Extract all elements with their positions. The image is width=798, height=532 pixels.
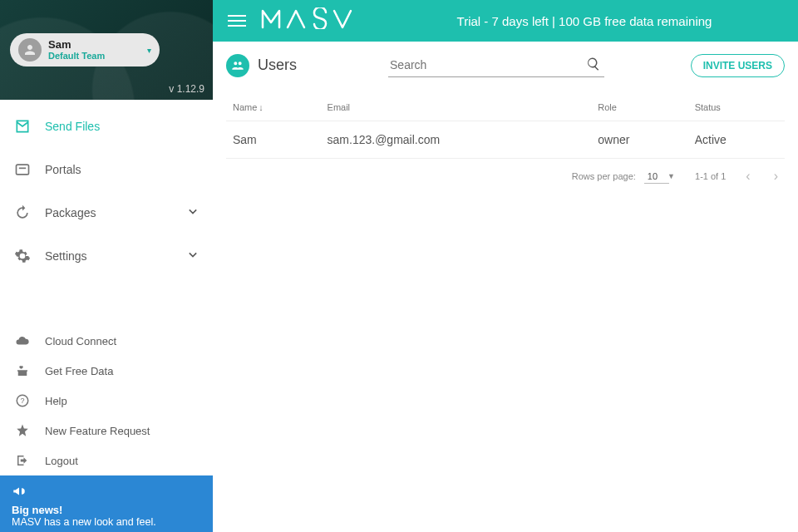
sidebar-item-feature-request[interactable]: New Feature Request [0, 416, 213, 446]
page-header: Users INVITE USERS [226, 53, 785, 77]
sidebar-item-logout[interactable]: Logout [0, 446, 213, 475]
help-icon: ? [12, 393, 33, 408]
sidebar-item-label: Help [45, 395, 67, 407]
primary-nav: Send Files Portals Packages Settings [0, 100, 213, 278]
sidebar-header: Sam Default Team ▾ v 1.12.9 [0, 0, 213, 100]
sidebar-item-label: Logout [45, 455, 78, 467]
app-version: v 1.12.9 [169, 83, 204, 95]
trial-status: Trial - 7 days left | 100 GB free data r… [352, 14, 783, 28]
cell-name: Sam [226, 121, 321, 159]
news-banner[interactable]: Big news! MASV has a new look and feel. [0, 475, 213, 532]
avatar-icon [18, 38, 42, 62]
sidebar-item-help[interactable]: ? Help [0, 386, 213, 416]
column-header-role[interactable]: Role [591, 94, 687, 121]
prev-page-button[interactable]: ‹ [746, 169, 750, 184]
sidebar-item-label: Portals [45, 163, 81, 176]
search-icon [586, 57, 601, 71]
column-header-name[interactable]: Name↓ [226, 94, 321, 121]
brand-logo [261, 7, 352, 35]
cell-role: owner [591, 121, 687, 159]
cell-status: Active [688, 121, 785, 159]
sidebar-item-label: Send Files [45, 120, 100, 133]
page-body: Users INVITE USERS Name↓ Email Role Stat… [213, 42, 798, 532]
sidebar-item-portals[interactable]: Portals [0, 148, 213, 191]
column-header-email[interactable]: Email [321, 94, 592, 121]
sidebar-item-label: Get Free Data [45, 365, 113, 377]
sidebar-item-label: Settings [45, 249, 87, 263]
portal-icon [12, 161, 33, 178]
mail-icon [12, 118, 33, 135]
page-title: Users [258, 57, 297, 74]
gear-icon [12, 248, 33, 264]
sort-down-icon: ↓ [259, 102, 264, 112]
sidebar-item-label: Packages [45, 206, 96, 219]
news-title: Big news! [12, 504, 201, 516]
user-name: Sam [48, 39, 105, 51]
users-table: Name↓ Email Role Status Sam sam.123.@gma… [226, 94, 785, 159]
search-input[interactable] [388, 53, 604, 77]
caret-down-icon: ▾ [147, 46, 151, 55]
chevron-down-icon [185, 203, 201, 223]
sidebar-item-settings[interactable]: Settings [0, 234, 213, 278]
rows-per-page-label: Rows per page: [572, 171, 636, 181]
secondary-nav: Cloud Connect Get Free Data ? Help New F… [0, 321, 213, 475]
user-team: Default Team [48, 51, 105, 61]
cloud-icon [12, 333, 33, 348]
table-row[interactable]: Sam sam.123.@gmail.com owner Active [226, 121, 785, 159]
topbar: Trial - 7 days left | 100 GB free data r… [213, 0, 798, 42]
column-header-status[interactable]: Status [688, 94, 785, 121]
menu-toggle-icon[interactable] [228, 12, 246, 30]
rows-per-page-select[interactable]: 10 [644, 170, 669, 184]
chevron-down-icon [185, 246, 201, 266]
history-icon [12, 204, 33, 221]
sidebar-item-cloud-connect[interactable]: Cloud Connect [0, 326, 213, 356]
cell-email: sam.123.@gmail.com [321, 121, 592, 159]
search-field[interactable] [388, 53, 604, 77]
svg-text:?: ? [20, 397, 24, 405]
star-icon [12, 423, 33, 438]
invite-users-button[interactable]: INVITE USERS [691, 54, 785, 77]
users-icon [226, 54, 249, 77]
logout-icon [12, 453, 33, 468]
sidebar-item-get-free-data[interactable]: Get Free Data [0, 356, 213, 386]
gift-icon [12, 363, 33, 378]
sidebar: Sam Default Team ▾ v 1.12.9 Send Files P… [0, 0, 213, 532]
megaphone-icon [12, 484, 27, 499]
svg-rect-0 [17, 165, 29, 175]
table-footer: Rows per page: 10 ▼ 1-1 of 1 ‹ › [226, 159, 785, 194]
main: Trial - 7 days left | 100 GB free data r… [213, 0, 798, 532]
svg-rect-1 [19, 168, 26, 170]
user-team-selector[interactable]: Sam Default Team ▾ [10, 33, 160, 66]
sidebar-item-label: Cloud Connect [45, 335, 116, 347]
sidebar-item-send-files[interactable]: Send Files [0, 105, 213, 148]
next-page-button[interactable]: › [774, 169, 778, 184]
pagination-range: 1-1 of 1 [695, 171, 726, 181]
news-body: MASV has a new look and feel. [12, 516, 201, 528]
sidebar-item-packages[interactable]: Packages [0, 191, 213, 234]
sidebar-item-label: New Feature Request [45, 425, 150, 437]
